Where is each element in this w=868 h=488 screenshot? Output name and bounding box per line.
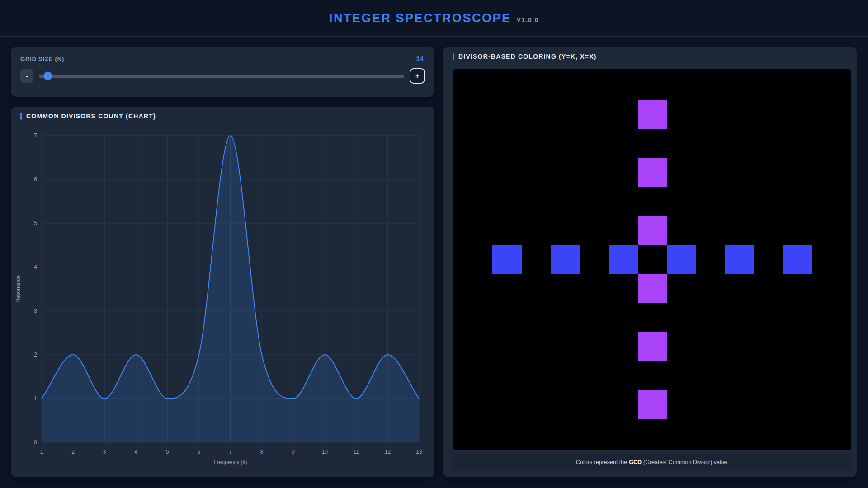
footnote-text: Colors represent the	[576, 459, 627, 465]
svg-text:1: 1	[40, 449, 43, 455]
grid-cell-blue	[667, 245, 696, 274]
divisors-chart: 0123456712345678910111213Frequency (k)Re…	[11, 107, 434, 475]
svg-text:4: 4	[134, 449, 137, 455]
slider-thumb[interactable]	[44, 72, 52, 80]
increase-button[interactable]: +	[410, 68, 425, 84]
svg-text:3: 3	[34, 308, 37, 314]
grid-cell-purple	[638, 158, 667, 187]
svg-text:9: 9	[292, 449, 295, 455]
svg-text:5: 5	[34, 220, 37, 226]
grid-size-value: 14	[416, 55, 424, 62]
svg-text:7: 7	[34, 132, 37, 139]
app-version: V1.0.0	[517, 16, 539, 23]
svg-text:11: 11	[354, 449, 359, 455]
svg-text:12: 12	[385, 449, 391, 455]
svg-text:2: 2	[71, 449, 75, 455]
grid-cell-blue	[609, 245, 638, 274]
grid-cell-purple	[638, 274, 667, 303]
coloring-panel: DIVISOR-BASED COLORING (Y=K, X=X) Colors…	[443, 47, 857, 477]
grid-cell-purple	[638, 216, 667, 245]
coloring-panel-header: DIVISOR-BASED COLORING (Y=K, X=X)	[453, 53, 597, 60]
svg-text:5: 5	[166, 449, 169, 455]
svg-text:0: 0	[34, 439, 37, 446]
svg-text:Frequency (k): Frequency (k)	[213, 459, 247, 465]
divisor-grid-canvas[interactable]	[453, 69, 851, 450]
svg-text:6: 6	[34, 176, 37, 183]
app-title-group: INTEGER SPECTROSCOPE V1.0.0	[329, 11, 539, 25]
title-accent-bar	[453, 53, 454, 60]
chart-panel: COMMON DIVISORS COUNT (CHART) 0123456712…	[11, 107, 434, 477]
svg-text:7: 7	[229, 449, 232, 455]
grid-size-panel: GRID SIZE (N) 14 - +	[11, 47, 434, 97]
svg-text:6: 6	[198, 449, 201, 455]
svg-text:10: 10	[322, 449, 328, 455]
grid-cell-blue	[551, 245, 580, 274]
svg-text:2: 2	[34, 352, 37, 358]
svg-text:8: 8	[260, 449, 264, 455]
grid-cell-purple	[638, 332, 667, 361]
grid-size-controls: - +	[20, 68, 425, 84]
footnote-text: (Greatest Common Divisor) value.	[643, 459, 729, 465]
decrease-button[interactable]: -	[20, 69, 33, 83]
svg-text:13: 13	[416, 449, 422, 455]
svg-text:3: 3	[103, 449, 106, 455]
app-title: INTEGER SPECTROSCOPE	[329, 11, 511, 25]
grid-footnote: Colors represent the GCD (Greatest Commo…	[453, 454, 851, 470]
app-header: INTEGER SPECTROSCOPE V1.0.0	[0, 0, 868, 37]
coloring-panel-title: DIVISOR-BASED COLORING (Y=K, X=X)	[458, 53, 597, 60]
grid-cell-purple	[638, 390, 667, 419]
grid-cell-blue	[492, 245, 521, 274]
grid-size-slider[interactable]	[39, 75, 404, 78]
grid-size-label: GRID SIZE (N)	[20, 56, 64, 62]
svg-text:4: 4	[34, 264, 37, 270]
grid-cell-blue	[783, 245, 812, 274]
app: INTEGER SPECTROSCOPE V1.0.0 GRID SIZE (N…	[0, 0, 868, 488]
grid-cell-blue	[725, 245, 754, 274]
grid-cell-purple	[638, 100, 667, 129]
svg-text:1: 1	[34, 395, 37, 402]
footnote-gcd: GCD	[629, 459, 642, 465]
svg-text:Resonance: Resonance	[15, 275, 21, 303]
